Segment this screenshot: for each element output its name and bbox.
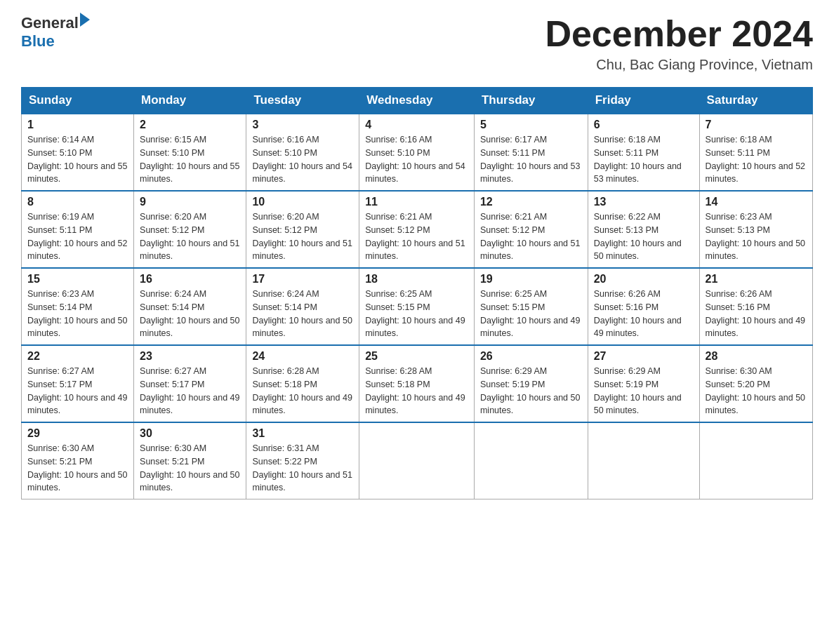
calendar-cell: 12 Sunrise: 6:21 AM Sunset: 5:12 PM Dayl… bbox=[474, 191, 588, 268]
day-info: Sunrise: 6:30 AM Sunset: 5:21 PM Dayligh… bbox=[27, 442, 128, 495]
calendar-cell: 3 Sunrise: 6:16 AM Sunset: 5:10 PM Dayli… bbox=[246, 114, 359, 191]
title-section: December 2024 Chu, Bac Giang Province, V… bbox=[545, 14, 813, 73]
calendar-week-row: 22 Sunrise: 6:27 AM Sunset: 5:17 PM Dayl… bbox=[22, 345, 813, 422]
calendar-cell: 10 Sunrise: 6:20 AM Sunset: 5:12 PM Dayl… bbox=[246, 191, 359, 268]
logo-general-text: General bbox=[21, 14, 79, 32]
calendar-cell: 24 Sunrise: 6:28 AM Sunset: 5:18 PM Dayl… bbox=[246, 345, 359, 422]
day-number: 18 bbox=[365, 273, 468, 286]
day-number: 6 bbox=[594, 119, 694, 131]
day-number: 12 bbox=[480, 196, 582, 208]
day-number: 1 bbox=[27, 119, 128, 131]
calendar-cell: 23 Sunrise: 6:27 AM Sunset: 5:17 PM Dayl… bbox=[134, 345, 246, 422]
calendar-cell: 13 Sunrise: 6:22 AM Sunset: 5:13 PM Dayl… bbox=[588, 191, 699, 268]
calendar-cell: 1 Sunrise: 6:14 AM Sunset: 5:10 PM Dayli… bbox=[22, 114, 134, 191]
day-info: Sunrise: 6:29 AM Sunset: 5:19 PM Dayligh… bbox=[594, 365, 694, 417]
day-info: Sunrise: 6:26 AM Sunset: 5:16 PM Dayligh… bbox=[706, 288, 807, 340]
day-info: Sunrise: 6:19 AM Sunset: 5:11 PM Dayligh… bbox=[27, 210, 128, 263]
day-info: Sunrise: 6:27 AM Sunset: 5:17 PM Dayligh… bbox=[140, 365, 240, 417]
calendar-subtitle: Chu, Bac Giang Province, Vietnam bbox=[545, 57, 813, 73]
weekday-header-row: Sunday Monday Tuesday Wednesday Thursday… bbox=[22, 88, 813, 114]
day-number: 13 bbox=[594, 196, 694, 208]
day-info: Sunrise: 6:30 AM Sunset: 5:21 PM Dayligh… bbox=[140, 442, 240, 495]
day-info: Sunrise: 6:16 AM Sunset: 5:10 PM Dayligh… bbox=[252, 133, 353, 186]
calendar-cell: 16 Sunrise: 6:24 AM Sunset: 5:14 PM Dayl… bbox=[134, 268, 246, 345]
day-number: 16 bbox=[140, 273, 240, 286]
calendar-cell: 5 Sunrise: 6:17 AM Sunset: 5:11 PM Dayli… bbox=[474, 114, 588, 191]
calendar-title: December 2024 bbox=[545, 14, 813, 54]
day-number: 17 bbox=[252, 273, 353, 286]
day-info: Sunrise: 6:25 AM Sunset: 5:15 PM Dayligh… bbox=[480, 288, 582, 340]
day-info: Sunrise: 6:26 AM Sunset: 5:16 PM Dayligh… bbox=[594, 288, 694, 340]
day-info: Sunrise: 6:25 AM Sunset: 5:15 PM Dayligh… bbox=[365, 288, 468, 340]
header-thursday: Thursday bbox=[474, 88, 588, 114]
day-number: 14 bbox=[706, 196, 807, 208]
calendar-week-row: 29 Sunrise: 6:30 AM Sunset: 5:21 PM Dayl… bbox=[22, 422, 813, 499]
header-monday: Monday bbox=[134, 88, 246, 114]
day-info: Sunrise: 6:15 AM Sunset: 5:10 PM Dayligh… bbox=[140, 133, 240, 186]
page-header: General Blue December 2024 Chu, Bac Gian… bbox=[21, 14, 813, 73]
calendar-cell: 26 Sunrise: 6:29 AM Sunset: 5:19 PM Dayl… bbox=[474, 345, 588, 422]
header-friday: Friday bbox=[588, 88, 699, 114]
day-info: Sunrise: 6:28 AM Sunset: 5:18 PM Dayligh… bbox=[252, 365, 353, 417]
calendar-cell: 19 Sunrise: 6:25 AM Sunset: 5:15 PM Dayl… bbox=[474, 268, 588, 345]
header-tuesday: Tuesday bbox=[246, 88, 359, 114]
day-number: 4 bbox=[365, 119, 468, 131]
day-info: Sunrise: 6:30 AM Sunset: 5:20 PM Dayligh… bbox=[706, 365, 807, 417]
day-info: Sunrise: 6:24 AM Sunset: 5:14 PM Dayligh… bbox=[252, 288, 353, 340]
day-number: 31 bbox=[252, 427, 353, 440]
calendar-cell: 11 Sunrise: 6:21 AM Sunset: 5:12 PM Dayl… bbox=[359, 191, 475, 268]
day-number: 8 bbox=[27, 196, 128, 208]
day-info: Sunrise: 6:22 AM Sunset: 5:13 PM Dayligh… bbox=[594, 210, 694, 263]
day-info: Sunrise: 6:18 AM Sunset: 5:11 PM Dayligh… bbox=[706, 133, 807, 186]
calendar-cell: 8 Sunrise: 6:19 AM Sunset: 5:11 PM Dayli… bbox=[22, 191, 134, 268]
day-number: 21 bbox=[706, 273, 807, 286]
day-info: Sunrise: 6:20 AM Sunset: 5:12 PM Dayligh… bbox=[252, 210, 353, 263]
calendar-week-row: 15 Sunrise: 6:23 AM Sunset: 5:14 PM Dayl… bbox=[22, 268, 813, 345]
day-info: Sunrise: 6:21 AM Sunset: 5:12 PM Dayligh… bbox=[365, 210, 468, 263]
day-info: Sunrise: 6:23 AM Sunset: 5:13 PM Dayligh… bbox=[706, 210, 807, 263]
day-info: Sunrise: 6:24 AM Sunset: 5:14 PM Dayligh… bbox=[140, 288, 240, 340]
calendar-cell: 21 Sunrise: 6:26 AM Sunset: 5:16 PM Dayl… bbox=[699, 268, 812, 345]
day-info: Sunrise: 6:28 AM Sunset: 5:18 PM Dayligh… bbox=[365, 365, 468, 417]
day-info: Sunrise: 6:20 AM Sunset: 5:12 PM Dayligh… bbox=[140, 210, 240, 263]
calendar-cell: 6 Sunrise: 6:18 AM Sunset: 5:11 PM Dayli… bbox=[588, 114, 699, 191]
calendar-cell: 18 Sunrise: 6:25 AM Sunset: 5:15 PM Dayl… bbox=[359, 268, 475, 345]
calendar-cell bbox=[699, 422, 812, 499]
calendar-cell: 9 Sunrise: 6:20 AM Sunset: 5:12 PM Dayli… bbox=[134, 191, 246, 268]
calendar-cell: 25 Sunrise: 6:28 AM Sunset: 5:18 PM Dayl… bbox=[359, 345, 475, 422]
day-number: 29 bbox=[27, 427, 128, 440]
calendar-cell: 30 Sunrise: 6:30 AM Sunset: 5:21 PM Dayl… bbox=[134, 422, 246, 499]
calendar-cell: 7 Sunrise: 6:18 AM Sunset: 5:11 PM Dayli… bbox=[699, 114, 812, 191]
day-number: 15 bbox=[27, 273, 128, 286]
day-info: Sunrise: 6:23 AM Sunset: 5:14 PM Dayligh… bbox=[27, 288, 128, 340]
day-number: 20 bbox=[594, 273, 694, 286]
logo-blue-text: Blue bbox=[21, 32, 90, 51]
logo: General Blue bbox=[21, 14, 90, 51]
day-number: 23 bbox=[140, 350, 240, 363]
calendar-cell: 20 Sunrise: 6:26 AM Sunset: 5:16 PM Dayl… bbox=[588, 268, 699, 345]
header-saturday: Saturday bbox=[699, 88, 812, 114]
day-info: Sunrise: 6:14 AM Sunset: 5:10 PM Dayligh… bbox=[27, 133, 128, 186]
calendar-cell bbox=[474, 422, 588, 499]
calendar-cell: 15 Sunrise: 6:23 AM Sunset: 5:14 PM Dayl… bbox=[22, 268, 134, 345]
day-number: 26 bbox=[480, 350, 582, 363]
day-number: 25 bbox=[365, 350, 468, 363]
calendar-cell: 27 Sunrise: 6:29 AM Sunset: 5:19 PM Dayl… bbox=[588, 345, 699, 422]
day-number: 27 bbox=[594, 350, 694, 363]
day-number: 7 bbox=[706, 119, 807, 131]
day-number: 5 bbox=[480, 119, 582, 131]
day-info: Sunrise: 6:16 AM Sunset: 5:10 PM Dayligh… bbox=[365, 133, 468, 186]
header-sunday: Sunday bbox=[22, 88, 134, 114]
calendar-table: Sunday Monday Tuesday Wednesday Thursday… bbox=[21, 87, 813, 499]
day-number: 3 bbox=[252, 119, 353, 131]
logo-triangle-icon bbox=[80, 13, 90, 27]
day-number: 24 bbox=[252, 350, 353, 363]
day-info: Sunrise: 6:17 AM Sunset: 5:11 PM Dayligh… bbox=[480, 133, 582, 186]
calendar-cell: 17 Sunrise: 6:24 AM Sunset: 5:14 PM Dayl… bbox=[246, 268, 359, 345]
calendar-cell: 14 Sunrise: 6:23 AM Sunset: 5:13 PM Dayl… bbox=[699, 191, 812, 268]
day-number: 9 bbox=[140, 196, 240, 208]
calendar-cell: 28 Sunrise: 6:30 AM Sunset: 5:20 PM Dayl… bbox=[699, 345, 812, 422]
calendar-week-row: 1 Sunrise: 6:14 AM Sunset: 5:10 PM Dayli… bbox=[22, 114, 813, 191]
calendar-cell bbox=[588, 422, 699, 499]
header-wednesday: Wednesday bbox=[359, 88, 475, 114]
